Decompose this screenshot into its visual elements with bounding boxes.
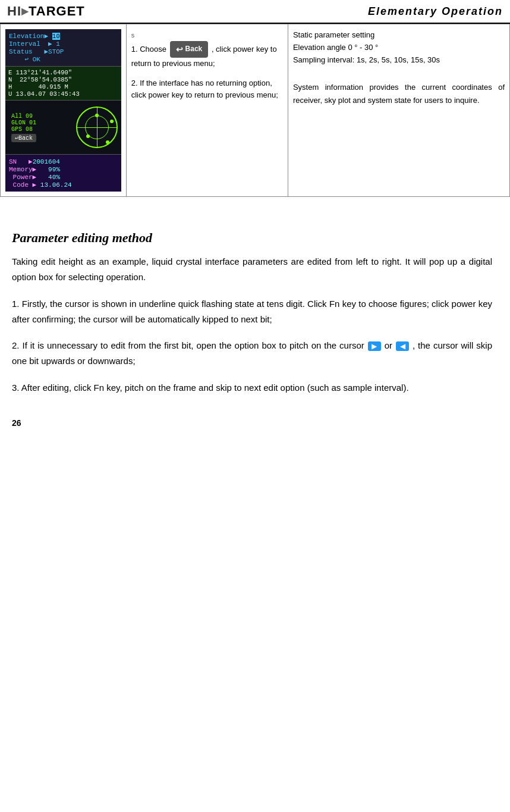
body-content: Parameter editing method Taking edit hei… bbox=[0, 218, 510, 412]
lcd-line-3: Status ▶STOP bbox=[9, 48, 118, 55]
page-header: HI▸TARGET Elementary Operation bbox=[0, 0, 510, 24]
sky-plot-screen: All 09 GLON 01 GPS 08 ↩Back bbox=[5, 101, 121, 155]
coord-line-2: N 22°58′54.0385″ bbox=[8, 76, 118, 83]
sky-labels: All 09 GLON 01 GPS 08 ↩Back bbox=[9, 112, 76, 143]
sat-dot-1 bbox=[95, 114, 99, 117]
lcd-line-1: Elevation▶ 10 bbox=[9, 32, 118, 40]
system-info-text: System information provides the current … bbox=[293, 81, 505, 107]
col2-label: s bbox=[131, 32, 135, 39]
sat-dot-2 bbox=[110, 120, 114, 123]
back-button-illustration: ↩ Back bbox=[170, 41, 209, 58]
sat-dot-4 bbox=[106, 140, 109, 144]
body-paragraph-4: 3. After editing, click Fn key, pitch on… bbox=[12, 380, 492, 396]
section-title: Parameter editing method bbox=[12, 230, 492, 246]
step1-text: 1. Choose ↩ Back , click power key to re… bbox=[131, 41, 283, 70]
sat-gps: GPS 08 bbox=[11, 126, 74, 133]
coord-line-3: H 40.915 M bbox=[8, 83, 118, 90]
sn-line-4: Code ▶ 13.06.24 bbox=[9, 181, 118, 189]
screenshots-column: Elevation▶ 10 Interval ▶ 1 Status ▶STOP … bbox=[1, 24, 127, 197]
coord-line-1: E 113°21′41.6490″ bbox=[8, 69, 118, 76]
lcd-screen-1: Elevation▶ 10 Interval ▶ 1 Status ▶STOP … bbox=[5, 29, 121, 67]
right-arrow-button[interactable]: ▶ bbox=[368, 341, 381, 351]
lcd-line-4: ↩ OK bbox=[9, 55, 118, 63]
back-button-label: Back bbox=[185, 43, 203, 55]
back-label: ↩Back bbox=[11, 134, 36, 142]
sn-screen: SN ▶2001604 Memory▶ 99% Power▶ 40% Code … bbox=[5, 155, 121, 192]
parameter-info-column: Static parameter setting Elevation angle… bbox=[288, 24, 509, 197]
sat-all: All 09 bbox=[11, 113, 74, 120]
lcd-line-2: Interval ▶ 1 bbox=[9, 40, 118, 48]
left-arrow-button[interactable]: ◀ bbox=[396, 341, 409, 351]
body-paragraph-1: Taking edit height as an example, liquid… bbox=[12, 254, 492, 286]
sn-line-1: SN ▶2001604 bbox=[9, 158, 118, 165]
page-number: 26 bbox=[0, 412, 510, 437]
back-arrow-icon: ↩ bbox=[176, 43, 183, 56]
sat-dot-3 bbox=[86, 134, 90, 138]
body-paragraph-3: 2. If it is unnecessary to edit from the… bbox=[12, 338, 492, 369]
content-table: Elevation▶ 10 Interval ▶ 1 Status ▶STOP … bbox=[0, 24, 510, 197]
company-logo: HI▸TARGET bbox=[7, 4, 85, 19]
static-param-heading: Static parameter setting Elevation angle… bbox=[293, 29, 505, 66]
step2-text: 2. If the interface has no returning opt… bbox=[131, 77, 283, 102]
body-paragraph-2: 1. Firstly, the cursor is shown in under… bbox=[12, 296, 492, 328]
page-title: Elementary Operation bbox=[368, 5, 503, 18]
sn-line-2: Memory▶ 99% bbox=[9, 165, 118, 173]
sn-line-3: Power▶ 40% bbox=[9, 173, 118, 181]
navigation-instructions-column: s 1. Choose ↩ Back , click power key to … bbox=[126, 24, 288, 197]
sat-glon: GLON 01 bbox=[11, 120, 74, 126]
lcd-screen-2: E 113°21′41.6490″ N 22°58′54.0385″ H 40.… bbox=[5, 67, 121, 101]
coord-line-4: U 13.04.07 03:45:43 bbox=[8, 90, 118, 98]
spacer bbox=[0, 197, 510, 209]
sky-circle bbox=[76, 106, 118, 148]
spacer2 bbox=[0, 209, 510, 218]
